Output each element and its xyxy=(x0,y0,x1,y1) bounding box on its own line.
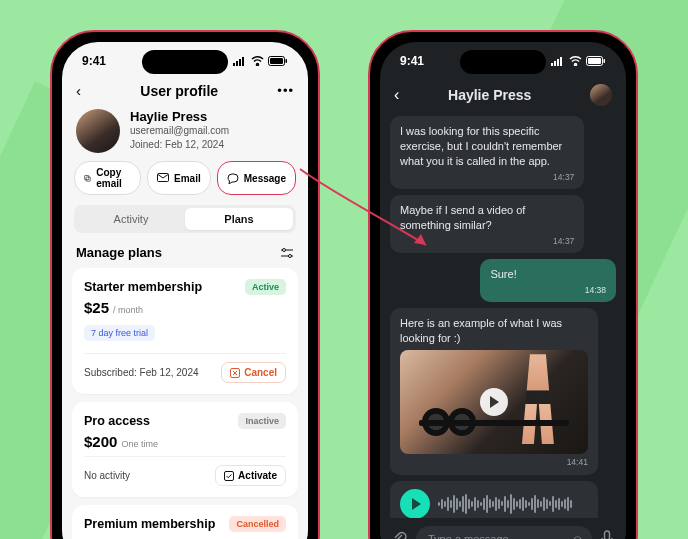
email-button[interactable]: Email xyxy=(147,161,211,195)
profile-joined: Joined: Feb 12, 2024 xyxy=(130,138,229,152)
message-text: Maybe if I send a video of something sim… xyxy=(400,204,525,231)
status-time: 9:41 xyxy=(400,54,424,68)
chat-title: Haylie Press xyxy=(399,87,580,103)
chat-icon xyxy=(227,173,239,184)
profile-actions: Copy email Email Message xyxy=(62,161,308,205)
trial-badge: 7 day free trial xyxy=(84,325,155,341)
message-time: 14:38 xyxy=(490,285,606,296)
section-header: Manage plans xyxy=(62,241,308,268)
screen-user-profile: 9:41 ‹ User profile ••• Haylie Press use… xyxy=(62,42,308,539)
svg-rect-20 xyxy=(604,59,606,63)
phone-right: 9:41 ‹ Haylie Press I was looking for th… xyxy=(368,30,638,539)
plan-price-sub: / month xyxy=(113,305,143,315)
plan-price: $25 xyxy=(84,299,109,316)
profile-name: Haylie Press xyxy=(130,109,229,124)
avatar[interactable] xyxy=(590,84,612,106)
message-time: 14:37 xyxy=(400,172,574,183)
svg-rect-8 xyxy=(85,175,89,179)
message-label: Message xyxy=(244,173,286,184)
status-badge: Inactive xyxy=(238,413,286,429)
copy-email-label: Copy email xyxy=(96,167,131,189)
svg-rect-17 xyxy=(560,57,562,66)
cancel-icon xyxy=(230,368,240,378)
message-placeholder: Type a message... xyxy=(428,533,518,539)
page-title: User profile xyxy=(140,83,218,99)
cancel-button[interactable]: Cancel xyxy=(221,362,286,383)
tab-plans[interactable]: Plans xyxy=(185,208,293,230)
svg-rect-7 xyxy=(86,177,90,181)
play-icon xyxy=(480,388,508,416)
message-text: Here is an example of what I was looking… xyxy=(400,317,562,344)
signal-icon xyxy=(233,56,247,66)
svg-rect-19 xyxy=(588,58,601,64)
back-icon[interactable]: ‹ xyxy=(76,82,81,99)
plan-meta: Subscribed: Feb 12, 2024 xyxy=(84,367,199,378)
plan-meta: No activity xyxy=(84,470,130,481)
activate-icon xyxy=(224,471,234,481)
tab-activity[interactable]: Activity xyxy=(77,208,185,230)
message-text: Sure! xyxy=(490,268,516,280)
copy-email-button[interactable]: Copy email xyxy=(74,161,141,195)
svg-rect-1 xyxy=(236,61,238,66)
plan-title: Starter membership xyxy=(84,280,202,294)
activate-label: Activate xyxy=(238,470,277,481)
battery-icon xyxy=(268,56,288,66)
composer: Type a message... ☺ xyxy=(380,518,626,539)
audio-waveform[interactable] xyxy=(438,493,588,515)
message-text: I was looking for this specific exercise… xyxy=(400,125,562,167)
message-time: 14:41 xyxy=(400,457,588,468)
svg-point-11 xyxy=(289,254,292,257)
svg-rect-2 xyxy=(239,59,241,66)
svg-rect-5 xyxy=(270,58,283,64)
svg-point-10 xyxy=(283,248,286,251)
screen-chat: 9:41 ‹ Haylie Press I was looking for th… xyxy=(380,42,626,539)
svg-rect-6 xyxy=(286,59,288,63)
battery-icon xyxy=(586,56,606,66)
message-input[interactable]: Type a message... ☺ xyxy=(416,526,592,539)
plan-title: Pro access xyxy=(84,414,150,428)
svg-rect-16 xyxy=(557,59,559,66)
video-thumbnail[interactable] xyxy=(400,350,588,454)
chat-body[interactable]: I was looking for this specific exercise… xyxy=(380,116,626,539)
plan-card-pro: Pro access Inactive $200 One time No act… xyxy=(72,402,298,497)
status-icons xyxy=(551,56,606,66)
message-in-video: Here is an example of what I was looking… xyxy=(390,308,598,474)
cancel-label: Cancel xyxy=(244,367,277,378)
chat-header: ‹ Haylie Press xyxy=(380,80,626,116)
status-badge: Cancelled xyxy=(229,516,286,532)
tabs: Activity Plans xyxy=(74,205,296,233)
copy-icon xyxy=(84,173,91,184)
emoji-icon[interactable]: ☺ xyxy=(571,532,584,540)
svg-rect-15 xyxy=(554,61,556,66)
more-icon[interactable]: ••• xyxy=(277,83,294,98)
svg-rect-14 xyxy=(551,63,553,66)
status-badge: Active xyxy=(245,279,286,295)
plan-price-sub: One time xyxy=(121,439,158,449)
attach-icon[interactable] xyxy=(392,531,408,539)
wifi-icon xyxy=(251,56,264,66)
svg-rect-21 xyxy=(605,531,610,539)
mic-icon[interactable] xyxy=(600,530,614,539)
avatar xyxy=(76,109,120,153)
phone-left: 9:41 ‹ User profile ••• Haylie Press use… xyxy=(50,30,320,539)
statusbar: 9:41 xyxy=(380,42,626,80)
message-out: Sure! 14:38 xyxy=(480,259,616,302)
status-time: 9:41 xyxy=(82,54,106,68)
activate-button[interactable]: Activate xyxy=(215,465,286,486)
plan-title: Premium membership xyxy=(84,517,215,531)
message-in: I was looking for this specific exercise… xyxy=(390,116,584,189)
mail-icon xyxy=(157,173,169,183)
page-header: ‹ User profile ••• xyxy=(62,80,308,107)
message-in: Maybe if I send a video of something sim… xyxy=(390,195,584,253)
audio-play-button[interactable] xyxy=(400,489,430,519)
plan-price: $200 xyxy=(84,433,117,450)
section-title: Manage plans xyxy=(76,245,162,260)
profile-summary: Haylie Press useremail@gmail.com Joined:… xyxy=(62,107,308,161)
plan-card-premium: Premium membership Cancelled $99.99 / 3 … xyxy=(72,505,298,539)
svg-rect-13 xyxy=(225,471,234,480)
signal-icon xyxy=(551,56,565,66)
message-time: 14:37 xyxy=(400,236,574,247)
settings-icon[interactable] xyxy=(280,247,294,259)
message-button[interactable]: Message xyxy=(217,161,296,195)
plan-card-starter: Starter membership Active $25 / month 7 … xyxy=(72,268,298,394)
